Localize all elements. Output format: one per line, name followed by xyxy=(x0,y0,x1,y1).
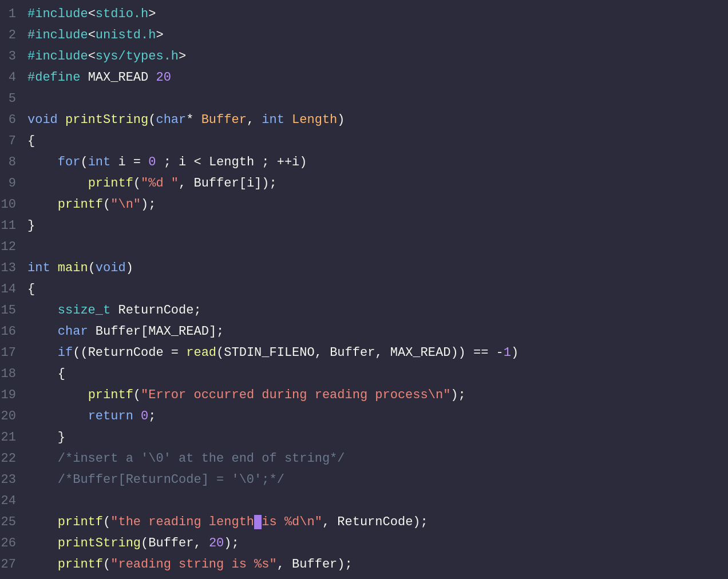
code-line-14: 14 { xyxy=(0,280,728,301)
line-number-26: 26 xyxy=(0,534,27,553)
code-line-26: 26 printString(Buffer, 20); xyxy=(0,534,728,555)
line-number-9: 9 xyxy=(0,174,27,193)
line-number-25: 25 xyxy=(0,513,27,532)
line-content-8: for(int i = 0 ; i < Length ; ++i) xyxy=(27,153,722,172)
code-line-5: 5 xyxy=(0,89,728,110)
code-line-6: 6 void printString(char* Buffer, int Len… xyxy=(0,110,728,132)
code-line-19: 19 printf("Error occurred during reading… xyxy=(0,386,728,407)
line-content-28: return 0; xyxy=(27,576,722,579)
line-content-6: void printString(char* Buffer, int Lengt… xyxy=(27,110,722,130)
line-content-17: if((ReturnCode = read(STDIN_FILENO, Buff… xyxy=(27,343,722,363)
line-number-17: 17 xyxy=(0,343,27,363)
line-number-2: 2 xyxy=(0,26,27,45)
line-content-11: } xyxy=(27,216,722,236)
line-content-7: { xyxy=(27,132,722,151)
line-content-10: printf("\n"); xyxy=(27,195,722,215)
line-content-21: } xyxy=(27,428,722,447)
code-line-13: 13 int main(void) xyxy=(0,259,728,280)
line-number-21: 21 xyxy=(0,428,27,447)
line-content-23: /*Buffer[ReturnCode] = '\0';*/ xyxy=(27,470,722,490)
line-number-24: 24 xyxy=(0,491,27,511)
line-content-3: #include<sys/types.h> xyxy=(27,47,722,66)
code-line-9: 9 printf("%d ", Buffer[i]); xyxy=(0,174,728,195)
line-content-15: ssize_t ReturnCode; xyxy=(27,301,722,320)
code-line-10: 10 printf("\n"); xyxy=(0,195,728,216)
line-number-13: 13 xyxy=(0,259,27,278)
code-line-7: 7 { xyxy=(0,132,728,153)
code-line-8: 8 for(int i = 0 ; i < Length ; ++i) xyxy=(0,153,728,174)
code-line-27: 27 printf("reading string is %s", Buffer… xyxy=(0,555,728,576)
line-number-18: 18 xyxy=(0,364,27,384)
line-number-20: 20 xyxy=(0,407,27,426)
line-number-27: 27 xyxy=(0,555,27,574)
line-content-27: printf("reading string is %s", Buffer); xyxy=(27,555,722,574)
line-content-14: { xyxy=(27,280,722,299)
line-number-4: 4 xyxy=(0,68,27,88)
code-line-11: 11 } xyxy=(0,216,728,237)
line-content-19: printf("Error occurred during reading pr… xyxy=(27,386,722,405)
line-content-1: #include<stdio.h> xyxy=(27,5,722,24)
code-line-22: 22 /*insert a '\0' at the end of string*… xyxy=(0,449,728,470)
line-content-9: printf("%d ", Buffer[i]); xyxy=(27,174,722,193)
code-line-2: 2 #include<unistd.h> xyxy=(0,26,728,47)
code-line-23: 23 /*Buffer[ReturnCode] = '\0';*/ xyxy=(0,470,728,491)
line-number-3: 3 xyxy=(0,47,27,66)
line-number-19: 19 xyxy=(0,386,27,405)
code-line-25: 25 printf("the reading length is %d\n", … xyxy=(0,513,728,534)
line-number-15: 15 xyxy=(0,301,27,320)
line-number-23: 23 xyxy=(0,470,27,490)
line-content-20: return 0; xyxy=(27,407,722,426)
code-line-4: 4 #define MAX_READ 20 xyxy=(0,68,728,89)
line-number-11: 11 xyxy=(0,216,27,236)
line-content-18: { xyxy=(27,364,722,384)
line-content-16: char Buffer[MAX_READ]; xyxy=(27,322,722,342)
line-number-12: 12 xyxy=(0,237,27,257)
code-line-20: 20 return 0; xyxy=(0,407,728,428)
code-line-3: 3 #include<sys/types.h> xyxy=(0,47,728,68)
line-content-25: printf("the reading length is %d\n", Ret… xyxy=(27,513,722,532)
code-line-18: 18 { xyxy=(0,364,728,386)
line-number-16: 16 xyxy=(0,322,27,342)
line-number-1: 1 xyxy=(0,5,27,24)
code-line-21: 21 } xyxy=(0,428,728,449)
line-content-26: printString(Buffer, 20); xyxy=(27,534,722,553)
line-number-7: 7 xyxy=(0,132,27,151)
code-line-28: 28 return 0; xyxy=(0,576,728,579)
code-line-15: 15 ssize_t ReturnCode; xyxy=(0,301,728,322)
line-number-5: 5 xyxy=(0,89,27,109)
code-line-1: 1 #include<stdio.h> xyxy=(0,5,728,26)
line-number-14: 14 xyxy=(0,280,27,299)
line-number-10: 10 xyxy=(0,195,27,215)
line-content-12 xyxy=(27,237,722,257)
code-line-16: 16 char Buffer[MAX_READ]; xyxy=(0,322,728,343)
line-content-2: #include<unistd.h> xyxy=(27,26,722,45)
line-number-28: 28 xyxy=(0,576,27,579)
line-number-22: 22 xyxy=(0,449,27,469)
code-line-17: 17 if((ReturnCode = read(STDIN_FILENO, B… xyxy=(0,343,728,364)
line-content-13: int main(void) xyxy=(27,259,722,278)
code-editor[interactable]: 1 #include<stdio.h> 2 #include<unistd.h>… xyxy=(0,0,728,579)
line-content-22: /*insert a '\0' at the end of string*/ xyxy=(27,449,722,469)
line-content-4: #define MAX_READ 20 xyxy=(27,68,722,88)
code-line-12: 12 xyxy=(0,237,728,259)
line-number-6: 6 xyxy=(0,110,27,130)
line-content-5 xyxy=(27,89,722,109)
line-number-8: 8 xyxy=(0,153,27,172)
code-line-24: 24 xyxy=(0,491,728,513)
line-content-24 xyxy=(27,491,722,511)
